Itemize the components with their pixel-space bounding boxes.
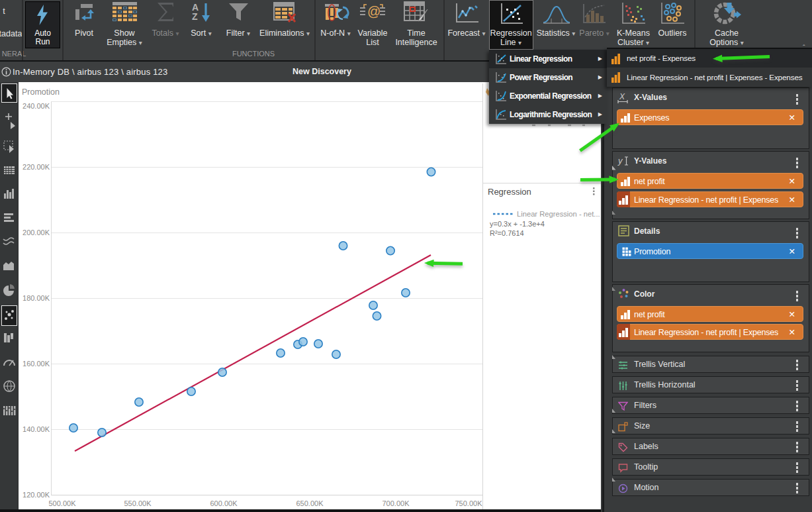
svg-text:600.00K: 600.00K bbox=[210, 499, 238, 507]
svg-text:@: @ bbox=[367, 4, 381, 19]
svg-text:240.00K: 240.00K bbox=[23, 102, 50, 110]
svg-text:220.00K: 220.00K bbox=[23, 163, 50, 171]
svg-text:X: X bbox=[619, 92, 625, 101]
svg-text:Promotion: Promotion bbox=[22, 87, 60, 97]
svg-text:140.00K: 140.00K bbox=[23, 425, 50, 433]
svg-text:y: y bbox=[617, 156, 623, 166]
svg-text:550.00K: 550.00K bbox=[124, 499, 152, 507]
svg-text:120.00K: 120.00K bbox=[23, 491, 50, 499]
svg-text:500.00K: 500.00K bbox=[49, 499, 77, 507]
svg-text:700.00K: 700.00K bbox=[383, 499, 410, 507]
svg-text:Linear Regression - net...: Linear Regression - net... bbox=[517, 210, 600, 218]
svg-text:y=0.3x + -1.3e+4: y=0.3x + -1.3e+4 bbox=[490, 220, 545, 228]
svg-text:650.00K: 650.00K bbox=[296, 499, 324, 507]
svg-text:200.00K: 200.00K bbox=[23, 229, 50, 236]
svg-text:180.00K: 180.00K bbox=[23, 294, 50, 302]
svg-text:Regression: Regression bbox=[488, 187, 531, 197]
svg-text:750.00K: 750.00K bbox=[455, 499, 483, 507]
svg-text:160.00K: 160.00K bbox=[23, 360, 50, 368]
svg-text:R²=0.7614: R²=0.7614 bbox=[490, 229, 524, 237]
